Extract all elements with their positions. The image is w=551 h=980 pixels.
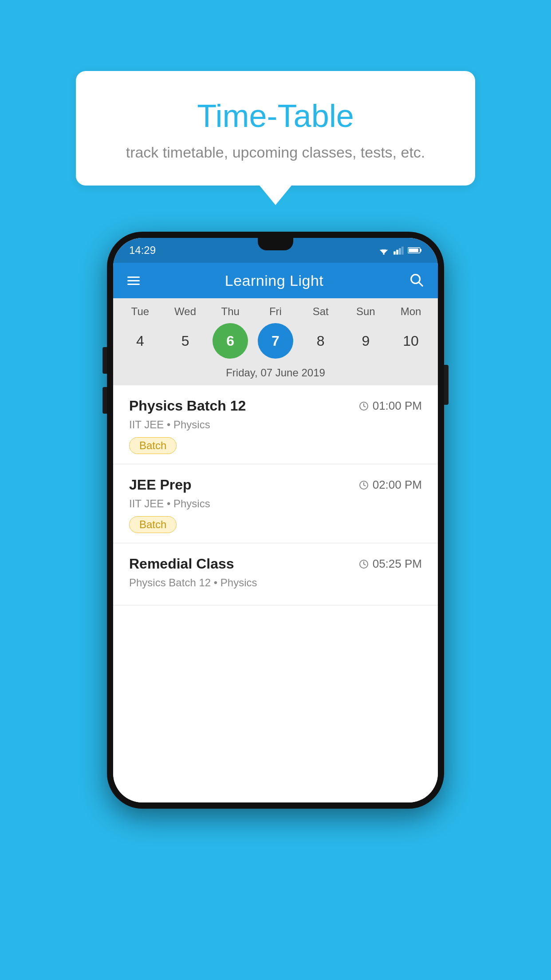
selected-date-label: Friday, 07 June 2019 bbox=[113, 363, 438, 385]
svg-point-10 bbox=[411, 275, 420, 284]
day-name-sun: Sun bbox=[348, 305, 383, 318]
clock-icon-2 bbox=[358, 480, 369, 490]
day-name-fri: Fri bbox=[258, 305, 293, 318]
svg-rect-5 bbox=[399, 248, 401, 254]
day-numbers-row: 4 5 6 7 8 9 10 bbox=[113, 320, 438, 363]
signal-icon bbox=[394, 245, 404, 255]
day-4[interactable]: 4 bbox=[122, 323, 158, 359]
hamburger-menu-button[interactable] bbox=[127, 277, 140, 285]
day-name-wed: Wed bbox=[168, 305, 203, 318]
day-7-selected[interactable]: 7 bbox=[258, 323, 293, 359]
class-item-physics-batch-12[interactable]: Physics Batch 12 01:00 PM IIT JEE • Phys… bbox=[113, 385, 438, 464]
class-item-1-badge: Batch bbox=[129, 437, 177, 454]
day-6-today[interactable]: 6 bbox=[213, 323, 248, 359]
phone-vol-up-button bbox=[102, 347, 107, 374]
day-name-mon: Mon bbox=[393, 305, 429, 318]
day-name-thu: Thu bbox=[213, 305, 248, 318]
class-item-3-header: Remedial Class 05:25 PM bbox=[129, 556, 422, 572]
class-item-jee-prep[interactable]: JEE Prep 02:00 PM IIT JEE • Physics Batc… bbox=[113, 464, 438, 543]
class-item-1-title: Physics Batch 12 bbox=[129, 398, 246, 414]
class-item-2-badge: Batch bbox=[129, 516, 177, 533]
day-names-row: Tue Wed Thu Fri Sat Sun Mon bbox=[113, 303, 438, 320]
speech-bubble-title: Time-Table bbox=[107, 98, 444, 134]
day-name-tue: Tue bbox=[122, 305, 158, 318]
svg-rect-3 bbox=[394, 251, 396, 254]
day-name-sat: Sat bbox=[303, 305, 338, 318]
day-8[interactable]: 8 bbox=[303, 323, 338, 359]
class-item-1-header: Physics Batch 12 01:00 PM bbox=[129, 398, 422, 414]
class-item-2-time: 02:00 PM bbox=[358, 478, 422, 492]
class-item-2-header: JEE Prep 02:00 PM bbox=[129, 477, 422, 493]
class-item-3-time: 05:25 PM bbox=[358, 557, 422, 571]
class-item-1-subtitle: IIT JEE • Physics bbox=[129, 419, 422, 431]
search-button[interactable] bbox=[409, 272, 424, 289]
status-time: 14:29 bbox=[129, 244, 156, 257]
speech-bubble: Time-Table track timetable, upcoming cla… bbox=[76, 71, 475, 186]
wifi-icon bbox=[378, 245, 390, 255]
phone-screen: 14:29 bbox=[113, 238, 438, 802]
clock-icon-3 bbox=[358, 559, 369, 569]
svg-rect-9 bbox=[409, 249, 418, 252]
phone-power-button bbox=[444, 365, 449, 405]
class-item-2-subtitle: IIT JEE • Physics bbox=[129, 498, 422, 510]
speech-bubble-wrapper: Time-Table track timetable, upcoming cla… bbox=[76, 71, 475, 205]
svg-rect-6 bbox=[401, 247, 404, 255]
class-item-2-title: JEE Prep bbox=[129, 477, 192, 493]
speech-bubble-arrow bbox=[260, 186, 291, 205]
svg-rect-4 bbox=[396, 250, 398, 255]
status-icons bbox=[378, 245, 422, 255]
battery-icon bbox=[408, 246, 422, 255]
class-list: Physics Batch 12 01:00 PM IIT JEE • Phys… bbox=[113, 385, 438, 802]
svg-rect-8 bbox=[420, 249, 421, 252]
speech-bubble-subtitle: track timetable, upcoming classes, tests… bbox=[107, 144, 444, 161]
class-item-1-time: 01:00 PM bbox=[358, 399, 422, 413]
app-bar: Learning Light bbox=[113, 263, 438, 298]
class-item-remedial[interactable]: Remedial Class 05:25 PM Physics Batch 12… bbox=[113, 543, 438, 605]
class-item-3-subtitle: Physics Batch 12 • Physics bbox=[129, 577, 422, 589]
day-5[interactable]: 5 bbox=[168, 323, 203, 359]
app-bar-title: Learning Light bbox=[225, 272, 324, 289]
day-9[interactable]: 9 bbox=[348, 323, 383, 359]
phone-mockup: 14:29 bbox=[107, 232, 444, 809]
day-10[interactable]: 10 bbox=[393, 323, 429, 359]
calendar-strip: Tue Wed Thu Fri Sat Sun Mon 4 5 6 7 8 9 … bbox=[113, 298, 438, 385]
phone-notch bbox=[258, 238, 293, 250]
clock-icon-1 bbox=[358, 401, 369, 411]
phone-vol-down-button bbox=[102, 387, 107, 414]
class-item-3-title: Remedial Class bbox=[129, 556, 234, 572]
phone-outer: 14:29 bbox=[107, 232, 444, 809]
svg-point-2 bbox=[383, 253, 385, 255]
svg-line-11 bbox=[419, 283, 422, 286]
